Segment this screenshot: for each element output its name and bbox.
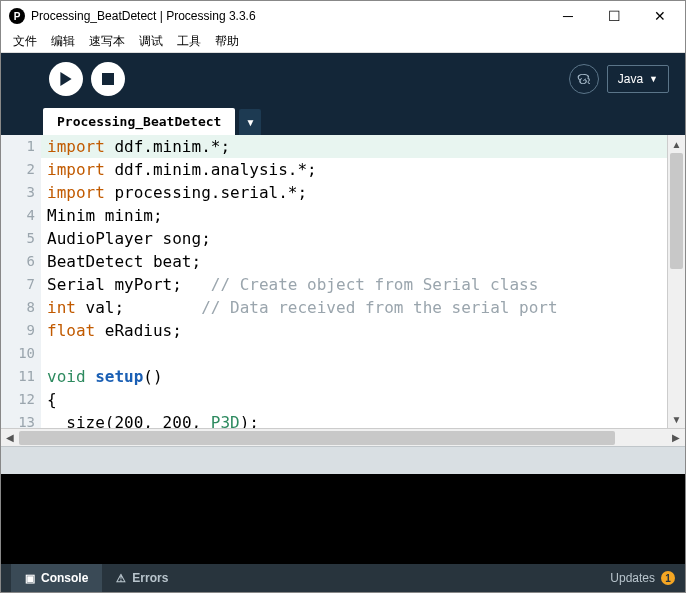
mode-label: Java xyxy=(618,72,643,86)
code-line[interactable]: import ddf.minim.*; xyxy=(41,135,667,158)
line-number: 9 xyxy=(1,319,35,342)
mode-selector[interactable]: Java ▼ xyxy=(607,65,669,93)
line-number: 4 xyxy=(1,204,35,227)
line-number: 1 xyxy=(1,135,35,158)
line-number: 3 xyxy=(1,181,35,204)
bottom-bar: ▣ Console ⚠ Errors Updates 1 xyxy=(1,564,685,592)
butterfly-icon: ଊ xyxy=(577,70,591,88)
minimize-button[interactable]: ─ xyxy=(545,1,591,31)
console-output[interactable] xyxy=(1,474,685,564)
menu-debug[interactable]: 调试 xyxy=(133,31,169,52)
code-line[interactable]: float eRadius; xyxy=(41,319,667,342)
line-number: 13 xyxy=(1,411,35,428)
updates-link[interactable]: Updates 1 xyxy=(610,571,675,585)
line-number: 7 xyxy=(1,273,35,296)
line-number: 10 xyxy=(1,342,35,365)
line-number: 5 xyxy=(1,227,35,250)
line-number: 8 xyxy=(1,296,35,319)
play-icon xyxy=(59,72,73,86)
line-number: 11 xyxy=(1,365,35,388)
titlebar: P Processing_BeatDetect | Processing 3.3… xyxy=(1,1,685,31)
menu-edit[interactable]: 编辑 xyxy=(45,31,81,52)
scroll-down-arrow[interactable]: ▼ xyxy=(668,410,685,428)
horizontal-scrollbar[interactable]: ◀ ▶ xyxy=(1,428,685,446)
maximize-button[interactable]: ☐ xyxy=(591,1,637,31)
code-line[interactable]: import ddf.minim.analysis.*; xyxy=(41,158,667,181)
code-line[interactable] xyxy=(41,342,667,365)
code-line[interactable]: size(200, 200, P3D); xyxy=(41,411,667,428)
tabbar: Processing_BeatDetect ▼ xyxy=(1,105,685,135)
code-line[interactable]: AudioPlayer song; xyxy=(41,227,667,250)
code-line[interactable]: Minim minim; xyxy=(41,204,667,227)
menu-tools[interactable]: 工具 xyxy=(171,31,207,52)
menu-help[interactable]: 帮助 xyxy=(209,31,245,52)
line-number: 6 xyxy=(1,250,35,273)
code-line[interactable]: void setup() xyxy=(41,365,667,388)
window-title: Processing_BeatDetect | Processing 3.3.6 xyxy=(31,9,545,23)
errors-tab-label: Errors xyxy=(132,571,168,585)
debug-button[interactable]: ଊ xyxy=(569,64,599,94)
code-line[interactable]: Serial myPort; // Create object from Ser… xyxy=(41,273,667,296)
code-line[interactable]: import processing.serial.*; xyxy=(41,181,667,204)
code-line[interactable]: int val; // Data received from the seria… xyxy=(41,296,667,319)
line-gutter: 12345678910111213 xyxy=(1,135,41,428)
code-line[interactable]: BeatDetect beat; xyxy=(41,250,667,273)
code-line[interactable]: { xyxy=(41,388,667,411)
vertical-scrollbar[interactable]: ▲ ▼ xyxy=(667,135,685,428)
sketch-tab[interactable]: Processing_BeatDetect xyxy=(43,108,235,135)
line-number: 2 xyxy=(1,158,35,181)
scroll-thumb-horizontal[interactable] xyxy=(19,431,615,445)
chevron-down-icon: ▼ xyxy=(649,74,658,84)
menu-file[interactable]: 文件 xyxy=(7,31,43,52)
menubar: 文件 编辑 速写本 调试 工具 帮助 xyxy=(1,31,685,53)
app-icon: P xyxy=(9,8,25,24)
scroll-thumb-vertical[interactable] xyxy=(670,153,683,269)
close-button[interactable]: ✕ xyxy=(637,1,683,31)
scroll-left-arrow[interactable]: ◀ xyxy=(1,432,19,443)
tab-menu-button[interactable]: ▼ xyxy=(239,109,261,135)
menu-sketch[interactable]: 速写本 xyxy=(83,31,131,52)
console-icon: ▣ xyxy=(25,572,35,585)
stop-button[interactable] xyxy=(91,62,125,96)
errors-tab[interactable]: ⚠ Errors xyxy=(102,564,182,592)
run-button[interactable] xyxy=(49,62,83,96)
code-area[interactable]: import ddf.minim.*;import ddf.minim.anal… xyxy=(41,135,667,428)
scroll-up-arrow[interactable]: ▲ xyxy=(668,135,685,153)
editor: 12345678910111213 import ddf.minim.*;imp… xyxy=(1,135,685,428)
console-tab-label: Console xyxy=(41,571,88,585)
line-number: 12 xyxy=(1,388,35,411)
warning-icon: ⚠ xyxy=(116,572,126,585)
updates-badge: 1 xyxy=(661,571,675,585)
console-tab[interactable]: ▣ Console xyxy=(11,564,102,592)
updates-label: Updates xyxy=(610,571,655,585)
message-area xyxy=(1,446,685,474)
stop-icon xyxy=(102,73,114,85)
toolbar: ଊ Java ▼ xyxy=(1,53,685,105)
scroll-right-arrow[interactable]: ▶ xyxy=(667,432,685,443)
